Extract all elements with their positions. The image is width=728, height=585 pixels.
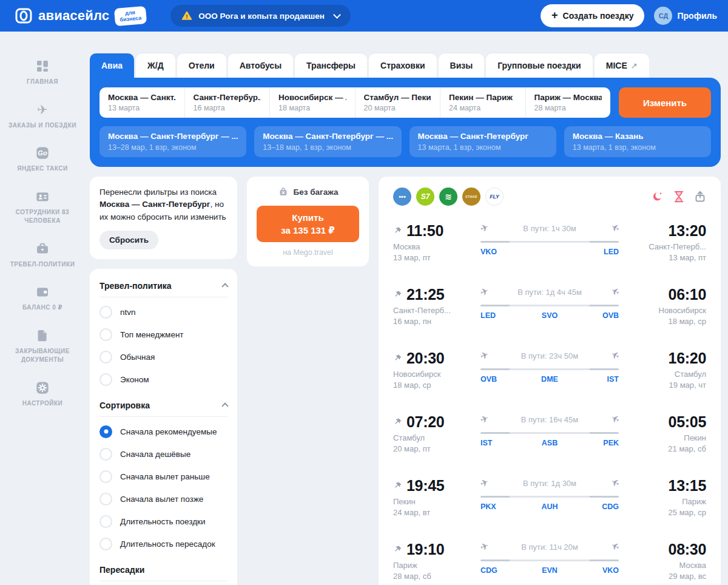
radio-button[interactable] <box>99 538 112 550</box>
reset-filters-button[interactable]: Сбросить <box>99 231 158 249</box>
tab[interactable]: Авиа <box>90 53 134 78</box>
airport-code-stop[interactable]: DME <box>511 375 588 384</box>
airport-code-from[interactable]: LED <box>480 311 511 320</box>
airport-code-from[interactable]: PKX <box>480 502 511 511</box>
arrival-city: Новосибирск <box>635 306 706 315</box>
sorting-section-header[interactable]: Сортировка <box>99 398 228 416</box>
travel-policy-section-header[interactable]: Тревел-политика <box>99 279 228 297</box>
airport-code-stop[interactable]: SVO <box>511 311 588 320</box>
tab[interactable]: Страховки <box>369 53 437 78</box>
saved-search-card[interactable]: Москва — Санкт-Петербург 13 марта, 1 взр… <box>410 126 556 157</box>
sidebar-label: Тревел-политики <box>10 260 75 269</box>
buy-button[interactable]: Купить за 135 131 ₽ <box>257 206 359 242</box>
travel-policy-option[interactable]: Топ менеджмент <box>99 323 228 346</box>
sidebar-item-travel-policies[interactable]: Тревел-политики <box>8 242 76 269</box>
route-segment[interactable]: Санкт-Петербур... 16 марта <box>184 87 270 118</box>
checkbox-circle[interactable] <box>99 306 112 319</box>
route-segment[interactable]: Новосибирск — ... 18 марта <box>269 87 355 118</box>
sidebar-item-closing-documents[interactable]: Закрывающие документы <box>8 329 76 365</box>
checkbox-circle[interactable] <box>99 328 112 341</box>
svg-text:Go: Go <box>38 149 47 157</box>
travel-policy-option[interactable]: ntvn <box>99 301 228 323</box>
flight-leg-row[interactable]: 19:45 Пекин 24 мар, вт ✈ В пути: 1д 30м … <box>393 461 706 517</box>
segment-route: Стамбул — Пекин <box>364 93 432 102</box>
airport-code-from[interactable]: CDG <box>480 566 511 575</box>
flight-leg-row[interactable]: 21:25 Санкт-Петерб... 16 мар, пн ✈ В пут… <box>393 269 706 326</box>
option-label: Сначала вылет позже <box>120 495 203 504</box>
tab[interactable]: Групповые поездки <box>486 53 593 78</box>
departure-time: 19:45 <box>406 477 444 495</box>
create-trip-button[interactable]: + Создать поездку <box>541 4 644 27</box>
company-selector[interactable]: ООО Рога и копыта продакшен <box>170 5 351 27</box>
departure-city: Новосибирск <box>393 370 465 379</box>
flight-leg-row[interactable]: 11:50 Москва 13 мар, пт ✈ В пути: 1ч 30м… <box>393 206 706 262</box>
travel-policy-option[interactable]: Эконом <box>99 368 228 391</box>
saved-search-card[interactable]: Москва — Казань 13 марта, 1 взр, эконом <box>564 126 711 157</box>
app-logo[interactable]: авиасейлс для бизнеса <box>15 7 146 25</box>
route-segment[interactable]: Париж — Москва 28 марта <box>525 87 611 118</box>
profile-menu[interactable]: СД Профиль <box>654 7 717 25</box>
checkbox-circle[interactable] <box>99 373 112 386</box>
airport-code-from[interactable]: VKO <box>480 248 511 256</box>
flight-leg-row[interactable]: 19:10 Париж 28 мар, сб ✈ В пути: 11ч 20м… <box>393 524 706 581</box>
airport-code-stop[interactable]: AUH <box>511 502 588 511</box>
airport-code-stop[interactable] <box>511 248 588 256</box>
duration-label: В пути: 11ч 20м <box>480 543 619 552</box>
radio-button[interactable] <box>99 493 112 506</box>
edit-search-button[interactable]: Изменить <box>619 87 711 118</box>
sorting-option[interactable]: Сначала вылет раньше <box>99 465 228 488</box>
travel-policy-option[interactable]: Обычная <box>99 346 228 368</box>
radio-button[interactable] <box>99 515 112 528</box>
tab[interactable]: Ж/Д <box>136 53 175 78</box>
airport-code-from[interactable]: IST <box>480 439 511 447</box>
sorting-option[interactable]: Сначала вылет позже <box>99 488 228 510</box>
saved-search-card[interactable]: Москва — Санкт-Петербург — ...+1 13–18 м… <box>254 126 401 157</box>
sidebar-item-home[interactable]: Главная <box>8 59 76 87</box>
tab[interactable]: Визы <box>439 53 485 78</box>
tab[interactable]: Автобусы <box>228 53 293 78</box>
airport-code-stop[interactable]: ASB <box>511 439 588 447</box>
saved-search-details: 13–28 мар, 1 взр, эконом <box>108 143 238 152</box>
airport-code-to[interactable]: CDG <box>588 502 619 511</box>
airport-code-from[interactable]: OVB <box>480 375 511 384</box>
transfers-section-header[interactable]: Пересадки <box>99 563 228 581</box>
radio-button[interactable] <box>99 425 112 438</box>
radio-button[interactable] <box>99 448 112 461</box>
sidebar-item-yandex-taxi[interactable]: Go Яндекс такси <box>8 146 76 174</box>
sidebar-item-employees[interactable]: Сотрудники 83 человека <box>8 190 76 226</box>
share-icon[interactable] <box>694 191 706 203</box>
arrival-block: 16:20 Стамбул 19 мар, чт <box>635 350 706 390</box>
flight-leg-row[interactable]: 20:30 Новосибирск 18 мар, ср ✈ В пути: 2… <box>393 333 706 390</box>
sorting-option[interactable]: Сначала дешёвые <box>99 443 228 465</box>
sorting-option[interactable]: Сначала рекомендуемые <box>99 421 228 443</box>
airport-code-to[interactable]: LED <box>588 248 619 256</box>
radio-button[interactable] <box>99 470 112 483</box>
sorting-option[interactable]: Длительность поездки <box>99 510 228 533</box>
saved-search-card[interactable]: Москва — Санкт-Петербург — ...+4 13–28 м… <box>99 126 246 157</box>
pin-icon[interactable] <box>393 481 402 490</box>
sidebar-item-settings[interactable]: Настройки <box>8 381 76 408</box>
warning-icon <box>181 10 192 21</box>
route-segment[interactable]: Москва — Санкт... 13 марта <box>99 87 184 118</box>
tab[interactable]: MICE ↗ <box>595 53 649 78</box>
saved-search-title: Москва — Санкт-Петербург — ...+1 <box>263 132 393 141</box>
pin-icon[interactable] <box>393 290 402 299</box>
airport-code-to[interactable]: PEK <box>588 439 619 447</box>
pin-icon[interactable] <box>393 226 402 235</box>
pin-icon[interactable] <box>393 545 402 554</box>
sidebar-item-orders[interactable]: ✈ Заказы и поездки <box>8 103 76 130</box>
route-segment[interactable]: Пекин — Париж 24 марта <box>440 87 525 118</box>
pin-icon[interactable] <box>393 354 402 363</box>
pin-icon[interactable] <box>393 418 402 427</box>
checkbox-circle[interactable] <box>99 351 112 364</box>
sorting-option[interactable]: Длительность пересадок <box>99 533 228 555</box>
airport-code-to[interactable]: OVB <box>588 311 619 320</box>
airport-code-to[interactable]: VKO <box>588 566 619 575</box>
tab[interactable]: Трансферы <box>295 53 367 78</box>
sidebar-item-balance[interactable]: Баланс 0 ₽ <box>8 285 76 313</box>
route-segment[interactable]: Стамбул — Пекин 20 марта <box>355 87 440 118</box>
flight-leg-row[interactable]: 07:20 Стамбул 20 мар, пт ✈ В пути: 16ч 4… <box>393 397 706 453</box>
airport-code-to[interactable]: IST <box>588 375 619 384</box>
tab[interactable]: Отели <box>177 53 226 78</box>
airport-code-stop[interactable]: EVN <box>511 566 588 575</box>
